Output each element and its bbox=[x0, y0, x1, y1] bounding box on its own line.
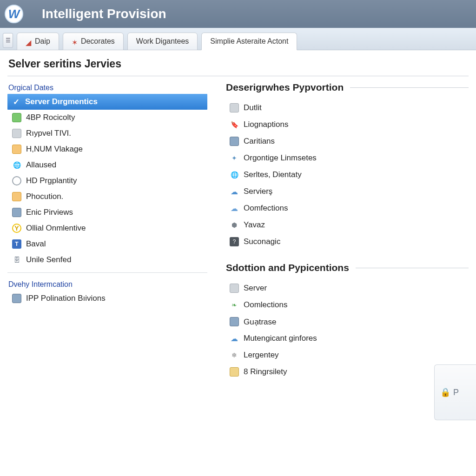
sidebar-item-label: Baval bbox=[26, 239, 46, 249]
question-icon: ? bbox=[230, 237, 239, 246]
sidebar-item-label: H,NUM Vlakage bbox=[26, 145, 83, 154]
calendar-icon bbox=[12, 129, 21, 138]
tab-strip: ☰ ◢ Daip ✶ Decorates Work Digantees Simp… bbox=[0, 28, 476, 50]
sidebar-item-label: Enic Pirviews bbox=[26, 208, 73, 217]
decorate-icon: ✶ bbox=[72, 38, 78, 45]
link-liognaptions[interactable]: 🔖 Liognaptions bbox=[226, 116, 469, 133]
sidebar-item-label: Phocution. bbox=[26, 192, 63, 201]
divider bbox=[7, 272, 207, 273]
link-label: Oomlections bbox=[244, 300, 287, 310]
folder-icon bbox=[230, 367, 239, 377]
link-guatrase[interactable]: Guạtrase bbox=[226, 313, 469, 330]
page-title: Selver seritins Jervies bbox=[0, 50, 476, 74]
sidebar-item-server-dirgmentics[interactable]: ✓ Server Dırgmentics bbox=[7, 94, 207, 110]
monitor-icon bbox=[12, 294, 21, 303]
link-label: Serltes, Dientaty bbox=[244, 170, 302, 179]
snowflake-icon: ❄ bbox=[230, 350, 239, 360]
link-yavaz[interactable]: ⬢ Yavaz bbox=[226, 217, 469, 233]
link-label: Oomfections bbox=[244, 204, 288, 213]
sidebar-item-label: HD Prgplantity bbox=[26, 176, 77, 185]
tab-list-button[interactable]: ☰ bbox=[3, 33, 13, 48]
server-icon bbox=[230, 103, 239, 112]
link-serltes-dientaty[interactable]: 🌐 Serltes, Dientaty bbox=[226, 166, 469, 183]
title-bar: W Intelligent Provision bbox=[0, 0, 476, 28]
server-icon bbox=[230, 284, 239, 293]
sidebar-item-allaused[interactable]: 🌐 Allaused bbox=[7, 157, 207, 173]
link-label: Lergentey bbox=[244, 350, 279, 360]
tab-daip[interactable]: ◢ Daip bbox=[17, 33, 59, 50]
gear-icon bbox=[12, 176, 21, 185]
sidebar-item-ipp-polination-bivions[interactable]: IPP Polination Bıivions bbox=[7, 291, 207, 306]
link-server[interactable]: Server bbox=[226, 280, 469, 297]
sparkle-icon: ✦ bbox=[230, 153, 239, 163]
link-oomlections[interactable]: ❧ Oomlections bbox=[226, 297, 469, 313]
sidebar-item-baval[interactable]: T Baval bbox=[7, 236, 207, 252]
leaf-icon: ❧ bbox=[230, 300, 239, 310]
group-header: Deserigrwhes Pypvortion bbox=[226, 82, 469, 93]
pin-icon: ◢ bbox=[26, 38, 32, 45]
main-panel: Deserigrwhes Pypvortion Dutlit 🔖 Liognap… bbox=[212, 81, 469, 380]
link-caritians[interactable]: Caritians bbox=[226, 133, 469, 150]
link-8-ringrsilety[interactable]: 8 Ringrsilety bbox=[226, 364, 469, 380]
link-label: Caritians bbox=[244, 137, 275, 146]
sidebar-item-enic-pirviews[interactable]: Enic Pirviews bbox=[7, 205, 207, 220]
monitor-icon bbox=[230, 137, 239, 146]
sidebar-item-ollial-onmlentive[interactable]: Y Ollial Onmlentive bbox=[7, 220, 207, 236]
globe-icon: 🌐 bbox=[230, 170, 239, 179]
side-panel-collapsed[interactable]: 🔒 P bbox=[434, 364, 476, 420]
grid-icon bbox=[12, 113, 21, 122]
sidebar-item-label: 4BP Rocicolty bbox=[26, 113, 75, 122]
app-logo-icon: W bbox=[5, 5, 23, 23]
divider bbox=[350, 87, 469, 88]
link-serviers[interactable]: ☁ Servierş bbox=[226, 183, 469, 200]
globe-icon: 🌐 bbox=[12, 160, 21, 170]
link-label: Dutlit bbox=[244, 103, 262, 112]
app-title: Intelligent Provision bbox=[42, 7, 166, 21]
link-label: Yavaz bbox=[244, 220, 265, 230]
link-label: Server bbox=[244, 284, 267, 293]
sidebar-item-label: Rıypvel TIVI. bbox=[26, 129, 71, 138]
link-lergentey[interactable]: ❄ Lergentey bbox=[226, 347, 469, 364]
lock-icon: 🔒 bbox=[440, 387, 450, 397]
tab-work-digantees[interactable]: Work Digantees bbox=[127, 33, 198, 50]
group-title: Deserigrwhes Pypvortion bbox=[226, 82, 344, 93]
tab-label: Work Digantees bbox=[136, 37, 189, 46]
group-header: Sdottion and Pypicentions bbox=[226, 262, 469, 273]
sidebar-item-hd-prgplantity[interactable]: HD Prgplantity bbox=[7, 173, 207, 189]
link-dutlit[interactable]: Dutlit bbox=[226, 99, 469, 116]
monitor-icon bbox=[12, 208, 21, 217]
tab-label: Simplie Asteraite Actont bbox=[210, 37, 288, 46]
sidebar-item-unile-senfed[interactable]: 🗄 Unile Senfed bbox=[7, 252, 207, 268]
sidebar-item-4bp-rocicolty[interactable]: 4BP Rocicolty bbox=[7, 110, 207, 126]
sidebar-item-label: Allaused bbox=[26, 160, 56, 170]
alert-icon bbox=[12, 145, 21, 154]
sidebar-item-phocution[interactable]: Phocution. bbox=[7, 189, 207, 205]
cloud-icon: ☁ bbox=[230, 204, 239, 213]
cube-icon: ⬢ bbox=[230, 220, 239, 230]
tab-decorates[interactable]: ✶ Decorates bbox=[63, 33, 124, 50]
link-orgontige-linmsetes[interactable]: ✦ Orgontige Linmsetes bbox=[226, 150, 469, 166]
link-mutengicant-ginfores[interactable]: ☁ Mutengicant ginfores bbox=[226, 330, 469, 347]
sidebar-category-header: Orgical Dates bbox=[7, 81, 207, 94]
check-icon: ✓ bbox=[12, 97, 20, 107]
sidebar-item-hnum-vlakage[interactable]: H,NUM Vlakage bbox=[7, 141, 207, 157]
link-suconagic[interactable]: ? Suconagic bbox=[226, 233, 469, 250]
link-label: Orgontige Linmsetes bbox=[244, 153, 317, 163]
cloud-icon: ☁ bbox=[230, 334, 239, 343]
link-label: Suconagic bbox=[244, 237, 280, 246]
link-oomfections[interactable]: ☁ Oomfections bbox=[226, 200, 469, 217]
tag-icon: 🔖 bbox=[230, 120, 239, 129]
side-panel-label: P bbox=[453, 388, 459, 397]
jar-icon bbox=[12, 192, 21, 201]
t-icon: T bbox=[12, 239, 21, 249]
group-title: Sdottion and Pypicentions bbox=[226, 262, 349, 273]
divider bbox=[356, 268, 469, 268]
sidebar: Orgical Dates ✓ Server Dırgmentics 4BP R… bbox=[7, 81, 212, 380]
tab-simplie-asteraite-actont[interactable]: Simplie Asteraite Actont bbox=[201, 33, 297, 50]
sidebar-item-rypvel-tivi[interactable]: Rıypvel TIVI. bbox=[7, 126, 207, 141]
monitor-icon bbox=[230, 317, 239, 326]
divider bbox=[7, 76, 469, 76]
sidebar-item-label: Server Dırgmentics bbox=[25, 97, 98, 106]
sidebar-item-label: Ollial Onmlentive bbox=[26, 224, 86, 233]
link-label: Servierş bbox=[244, 187, 272, 196]
